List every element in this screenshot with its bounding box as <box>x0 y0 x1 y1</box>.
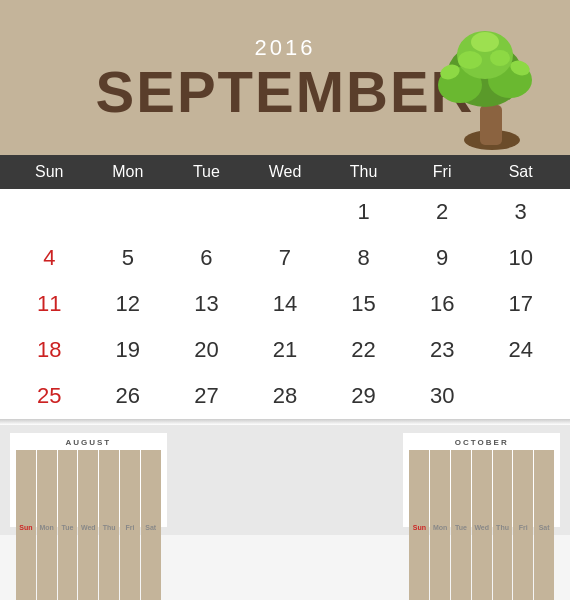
day-header-mon: Mon <box>89 155 168 189</box>
calendar-day-18[interactable]: 18 <box>10 327 89 373</box>
mini-calendar-october: OCTOBER SunMonTueWedThuFriSat12345678910… <box>403 433 560 527</box>
year-label: 2016 <box>255 35 316 61</box>
calendar-day-25[interactable]: 25 <box>10 373 89 419</box>
calendar-day-14[interactable]: 14 <box>246 281 325 327</box>
mini-calendar-august: AUGUST SunMonTueWedThuFriSat123456789101… <box>10 433 167 527</box>
mini-august-grid: SunMonTueWedThuFriSat1234567891011121314… <box>16 450 161 600</box>
day-header-sat: Sat <box>481 155 560 189</box>
mini-header-wed: Wed <box>472 450 492 600</box>
weekday-header: SunMonTueWedThuFriSat <box>0 155 570 189</box>
calendar-day-21[interactable]: 21 <box>246 327 325 373</box>
calendar-day-16[interactable]: 16 <box>403 281 482 327</box>
svg-point-6 <box>458 51 482 69</box>
mini-october-grid: SunMonTueWedThuFriSat1234567891011121314… <box>409 450 554 600</box>
calendar-day-24[interactable]: 24 <box>481 327 560 373</box>
svg-rect-1 <box>480 105 502 145</box>
mini-header-sat: Sat <box>534 450 554 600</box>
mini-header-thu: Thu <box>99 450 119 600</box>
calendar-day-12[interactable]: 12 <box>89 281 168 327</box>
calendar-day-2[interactable]: 2 <box>403 189 482 235</box>
calendar-empty <box>481 373 560 419</box>
calendar-day-28[interactable]: 28 <box>246 373 325 419</box>
mini-calendars-row: AUGUST SunMonTueWedThuFriSat123456789101… <box>0 425 570 535</box>
calendar-empty <box>167 189 246 235</box>
calendar-day-30[interactable]: 30 <box>403 373 482 419</box>
mini-header-mon: Mon <box>430 450 450 600</box>
calendar-day-20[interactable]: 20 <box>167 327 246 373</box>
calendar-day-17[interactable]: 17 <box>481 281 560 327</box>
calendar-day-26[interactable]: 26 <box>89 373 168 419</box>
calendar-day-9[interactable]: 9 <box>403 235 482 281</box>
mini-header-mon: Mon <box>37 450 57 600</box>
calendar-day-13[interactable]: 13 <box>167 281 246 327</box>
mini-october-title: OCTOBER <box>409 438 554 447</box>
mini-header-fri: Fri <box>513 450 533 600</box>
mini-header-fri: Fri <box>120 450 140 600</box>
mini-header-tue: Tue <box>451 450 471 600</box>
calendar-day-23[interactable]: 23 <box>403 327 482 373</box>
day-header-tue: Tue <box>167 155 246 189</box>
calendar-empty <box>10 189 89 235</box>
calendar-day-29[interactable]: 29 <box>324 373 403 419</box>
calendar-day-7[interactable]: 7 <box>246 235 325 281</box>
day-header-fri: Fri <box>403 155 482 189</box>
mini-header-sat: Sat <box>141 450 161 600</box>
calendar-day-11[interactable]: 11 <box>10 281 89 327</box>
calendar-day-19[interactable]: 19 <box>89 327 168 373</box>
svg-point-8 <box>471 32 499 52</box>
calendar-empty <box>89 189 168 235</box>
mini-header-sun: Sun <box>409 450 429 600</box>
day-header-sun: Sun <box>10 155 89 189</box>
calendar-empty <box>246 189 325 235</box>
calendar-day-5[interactable]: 5 <box>89 235 168 281</box>
calendar-header: 2016 SEPTEMBER <box>0 0 570 155</box>
calendar-day-4[interactable]: 4 <box>10 235 89 281</box>
day-header-thu: Thu <box>324 155 403 189</box>
calendar-grid: 1234567891011121314151617181920212223242… <box>0 189 570 419</box>
mini-header-wed: Wed <box>78 450 98 600</box>
calendar-day-27[interactable]: 27 <box>167 373 246 419</box>
day-header-wed: Wed <box>246 155 325 189</box>
calendar-day-8[interactable]: 8 <box>324 235 403 281</box>
mini-header-tue: Tue <box>58 450 78 600</box>
tree-icon <box>420 0 550 155</box>
calendar-day-3[interactable]: 3 <box>481 189 560 235</box>
month-label: SEPTEMBER <box>96 63 475 121</box>
mini-header-sun: Sun <box>16 450 36 600</box>
svg-point-7 <box>490 50 510 66</box>
mini-header-thu: Thu <box>493 450 513 600</box>
calendar-day-22[interactable]: 22 <box>324 327 403 373</box>
mini-august-title: AUGUST <box>16 438 161 447</box>
calendar-day-10[interactable]: 10 <box>481 235 560 281</box>
tree-decoration <box>420 0 550 155</box>
calendar-day-6[interactable]: 6 <box>167 235 246 281</box>
calendar-day-15[interactable]: 15 <box>324 281 403 327</box>
calendar-day-1[interactable]: 1 <box>324 189 403 235</box>
